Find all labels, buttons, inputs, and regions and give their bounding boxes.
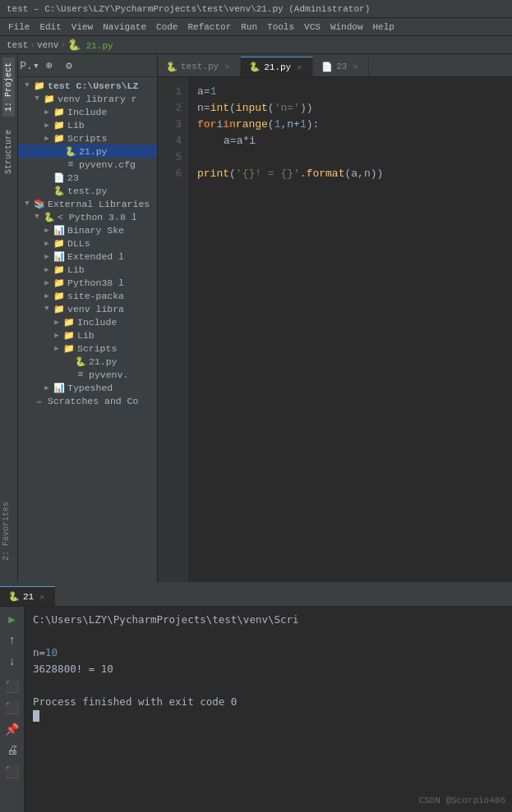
cfg-icon: ≡ <box>64 158 77 170</box>
folder-icon: 📁 <box>53 106 66 117</box>
tree-arrow: ▶ <box>41 252 53 261</box>
code-line-4: a = a * i <box>197 133 512 149</box>
tree-item-scratches[interactable]: ✏ Scratches and Co <box>18 394 157 407</box>
run-tab-icon: 🐍 <box>8 591 20 602</box>
code-line-6: print ( '{}! = {}' . format ( a , n )) <box>197 166 512 182</box>
project-add-btn[interactable]: ⊕ <box>41 57 58 74</box>
run-panel-tabs: 🐍 21 ✕ <box>0 584 512 607</box>
folder-icon: 📁 <box>43 93 56 104</box>
folder-icon: 📁 <box>62 316 76 328</box>
tree-item-21py-nested[interactable]: 🐍 21.py <box>18 355 157 368</box>
menu-file[interactable]: File <box>3 22 35 32</box>
tree-item-binary[interactable]: ▶ 📊 Binary Ske <box>18 223 157 236</box>
breadcrumb-test[interactable]: test <box>7 40 28 50</box>
bar-folder-icon: 📊 <box>53 250 66 262</box>
menu-refactor[interactable]: Refactor <box>182 22 236 32</box>
project-toolbar: P.▾ ⊕ ⚙ <box>18 54 157 77</box>
run-tab-close[interactable]: ✕ <box>37 592 47 602</box>
run-toolbar: ▶ ↑ ↓ ⬛ ⬛ 📌 🖨 ⬛ <box>0 607 25 812</box>
tree-item-ext-lib[interactable]: ▼ 📚 External Libraries <box>18 197 157 210</box>
tree-item-test-root[interactable]: ▼ 📁 test C:\Users\LZ <box>18 79 157 92</box>
run-stop-btn[interactable]: ⬛ <box>3 763 21 781</box>
folder-icon: 📁 <box>53 237 66 249</box>
breadcrumb-venv[interactable]: venv <box>37 40 58 50</box>
folder-icon: 📁 <box>53 132 66 144</box>
folder-icon: 📁 <box>53 277 66 288</box>
tab-close-21[interactable]: ✕ <box>294 62 304 72</box>
tree-arrow: ▼ <box>21 200 33 208</box>
highlight-n: 10 <box>45 646 58 658</box>
tree-arrow: ▶ <box>41 265 53 274</box>
run-wrap2-btn[interactable]: ⬛ <box>3 699 21 717</box>
breadcrumb-file[interactable]: 🐍 21.py <box>67 39 113 52</box>
tree-arrow: ▼ <box>41 305 53 313</box>
code-line-5 <box>197 149 512 166</box>
tree-item-testpy[interactable]: 🐍 test.py <box>18 184 157 197</box>
tab-close-23[interactable]: ✕ <box>350 62 360 71</box>
run-print-btn[interactable]: 🖨 <box>3 741 21 759</box>
output-result: 3628800! = 10 <box>33 661 504 677</box>
side-tab-structure[interactable]: Structure <box>2 125 15 179</box>
project-dropdown-btn[interactable]: P.▾ <box>21 57 38 74</box>
tree-arrow: ▶ <box>41 291 53 300</box>
run-panel: 🐍 21 ✕ ▶ ↑ ↓ ⬛ ⬛ 📌 🖨 ⬛ C:\Users\LZY\Pych… <box>0 582 512 812</box>
run-tab-21[interactable]: 🐍 21 ✕ <box>0 586 55 606</box>
menu-navigate[interactable]: Navigate <box>98 22 151 32</box>
title-text: test – C:\Users\LZY\PycharmProjects\test… <box>7 4 370 14</box>
tree-arrow: ▶ <box>41 239 53 248</box>
tree-item-venv[interactable]: ▼ 📁 venv library r <box>18 92 157 105</box>
menu-run[interactable]: Run <box>236 22 262 32</box>
tree-item-21py[interactable]: 🐍 21.py <box>18 145 157 158</box>
run-pin-btn[interactable]: 📌 <box>3 720 21 738</box>
run-down-btn[interactable]: ↓ <box>3 653 21 671</box>
project-gear-btn[interactable]: ⚙ <box>61 57 77 74</box>
menu-code[interactable]: Code <box>151 22 182 32</box>
tree-item-pyvenv-cfg[interactable]: ≡ pyvenv.cfg <box>18 158 157 171</box>
output-input: n=10 <box>33 645 504 661</box>
tree-item-23[interactable]: 📄 23 <box>18 171 157 184</box>
menu-window[interactable]: Window <box>325 22 368 32</box>
tab-close-test[interactable]: ✕ <box>222 62 232 71</box>
output-process: Process finished with exit code 0 <box>33 694 504 710</box>
tree-item-scripts2[interactable]: ▶ 📁 Scripts <box>18 342 157 355</box>
tree-item-lib3[interactable]: ▶ 📁 Lib <box>18 328 157 342</box>
tree-item-venv-libra[interactable]: ▼ 📁 venv libra <box>18 302 157 315</box>
tree-item-include2[interactable]: ▶ 📁 Include <box>18 315 157 328</box>
menu-tools[interactable]: Tools <box>262 22 299 32</box>
title-bar: test – C:\Users\LZY\PycharmProjects\test… <box>0 0 512 18</box>
bar-folder-icon: 📊 <box>53 224 66 236</box>
tree-arrow: ▶ <box>51 318 62 327</box>
menu-help[interactable]: Help <box>368 22 399 32</box>
tree-item-lib1[interactable]: ▶ 📁 Lib <box>18 118 157 131</box>
tree-item-pyvenv2[interactable]: ≡ pyvenv. <box>18 368 157 381</box>
breadcrumb: test › venv › 🐍 21.py <box>0 36 512 54</box>
cfg-icon: ≡ <box>74 369 87 380</box>
output-cursor-line <box>33 710 504 727</box>
run-up-btn[interactable]: ↑ <box>3 631 21 649</box>
tree-item-lib2[interactable]: ▶ 📁 Lib <box>18 263 157 276</box>
tab-23[interactable]: 📄 23 ✕ <box>313 57 369 76</box>
tree-arrow: ▶ <box>41 278 53 287</box>
run-wrap-btn[interactable]: ⬛ <box>3 677 21 695</box>
tree-item-python38[interactable]: ▼ 🐍 < Python 3.8 l <box>18 210 157 223</box>
side-tab-favorites[interactable]: 2: Favorites <box>0 497 18 566</box>
run-tab-label: 21 <box>23 592 34 602</box>
tree-item-python38-l[interactable]: ▶ 📁 Python38 l <box>18 276 157 289</box>
menu-view[interactable]: View <box>67 22 98 32</box>
menu-vcs[interactable]: VCS <box>299 22 325 32</box>
tree-item-dlls[interactable]: ▶ 📁 DLLs <box>18 236 157 250</box>
tree-arrow: ▶ <box>41 121 53 130</box>
tree-item-include[interactable]: ▶ 📁 Include <box>18 105 157 118</box>
run-play-btn[interactable]: ▶ <box>3 610 21 628</box>
tree-item-scripts1[interactable]: ▶ 📁 Scripts <box>18 131 157 145</box>
menu-edit[interactable]: Edit <box>35 22 66 32</box>
tree-item-site[interactable]: ▶ 📁 site-packa <box>18 289 157 302</box>
tree-item-extended[interactable]: ▶ 📊 Extended l <box>18 250 157 263</box>
output-blank1 <box>33 628 504 645</box>
tab-21-py[interactable]: 🐍 21.py ✕ <box>241 57 313 76</box>
tab-test-py[interactable]: 🐍 test.py ✕ <box>158 57 241 76</box>
side-tab-project[interactable]: 1: Project <box>2 57 15 117</box>
tree-item-typeshed[interactable]: ▶ 📊 Typeshed <box>18 381 157 394</box>
py-icon: 🐍 <box>64 145 77 157</box>
python-icon: 🐍 <box>43 211 56 222</box>
